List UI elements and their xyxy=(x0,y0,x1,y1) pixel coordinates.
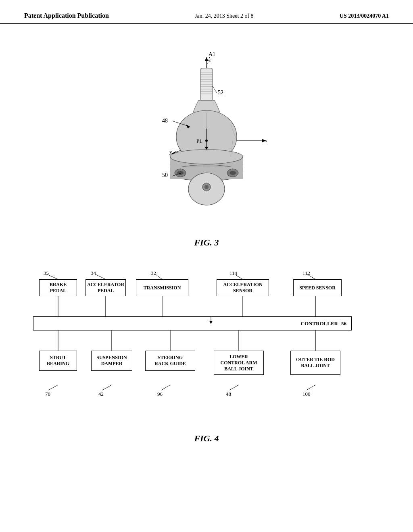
svg-line-67 xyxy=(102,385,112,390)
svg-text:50: 50 xyxy=(162,172,168,178)
fig3-illustration: A1 z 48 52 y x xyxy=(122,48,291,233)
svg-line-61 xyxy=(156,274,162,279)
svg-text:x: x xyxy=(265,137,268,143)
svg-line-60 xyxy=(96,274,106,279)
svg-point-33 xyxy=(204,185,209,189)
page-header: Patent Application Publication Jan. 24, … xyxy=(0,0,413,24)
suspension-damper-box: SUSPENSION DAMPER xyxy=(91,351,132,371)
ref-32: 32 xyxy=(151,270,156,276)
brake-pedal-box: BRAKE PEDAL xyxy=(39,279,77,296)
ref-48-bottom: 48 xyxy=(226,391,231,397)
svg-marker-1 xyxy=(205,57,208,61)
ref-96: 96 xyxy=(157,391,163,397)
outer-tie-rod-box: OUTER TIE ROD BALL JOINT xyxy=(290,351,340,375)
fig3-caption: FIG. 3 xyxy=(194,237,219,248)
acceleration-sensor-box: ACCELERATION SENSOR xyxy=(217,279,269,296)
strut-bearing-box: STRUT BEARING xyxy=(39,351,77,371)
fig4-caption: FIG. 4 xyxy=(194,433,219,444)
accelerator-pedal-box: ACCELERATOR PEDAL xyxy=(86,279,126,296)
header-left: Patent Application Publication xyxy=(24,12,109,19)
steering-rack-guide-box: STEERING RACK GUIDE xyxy=(145,351,195,371)
ref-112: 112 xyxy=(302,270,310,276)
svg-point-24 xyxy=(170,150,243,164)
svg-line-68 xyxy=(161,385,170,390)
speed-sensor-box: SPEED SENSOR xyxy=(293,279,342,296)
lower-control-arm-box: LOWER CONTROL ARM BALL JOINT xyxy=(214,351,264,375)
fig3-drawing: A1 z 48 52 y x xyxy=(122,48,291,233)
fig4-section: 35 34 32 114 112 BRAKE PEDAL ACCELERATOR… xyxy=(24,268,389,444)
svg-marker-65 xyxy=(209,321,213,324)
ref-70: 70 xyxy=(45,391,50,397)
svg-line-69 xyxy=(229,385,239,390)
header-center: Jan. 24, 2013 Sheet 2 of 8 xyxy=(195,13,253,19)
controller-box: CONTROLLER 56 xyxy=(33,316,352,330)
fig4-diagram: 35 34 32 114 112 BRAKE PEDAL ACCELERATOR… xyxy=(33,268,380,421)
svg-line-70 xyxy=(307,385,315,390)
ref-42: 42 xyxy=(98,391,104,397)
ref-35: 35 xyxy=(44,270,49,276)
svg-text:y: y xyxy=(169,149,172,155)
transmission-box: TRANSMISSION xyxy=(136,279,188,296)
svg-text:z: z xyxy=(209,57,211,63)
ref-114: 114 xyxy=(229,270,237,276)
ref-100: 100 xyxy=(302,391,311,397)
svg-line-66 xyxy=(48,385,58,390)
svg-text:P1: P1 xyxy=(196,138,202,144)
ref-lines-bottom xyxy=(33,383,380,399)
svg-text:52: 52 xyxy=(218,89,223,96)
svg-line-59 xyxy=(47,274,58,279)
svg-line-43 xyxy=(213,86,217,93)
fig3-section: A1 z 48 52 y x xyxy=(24,48,389,248)
svg-text:A1: A1 xyxy=(209,51,215,57)
svg-text:48: 48 xyxy=(162,118,168,124)
header-right: US 2013/0024070 A1 xyxy=(340,13,389,19)
main-content: A1 z 48 52 y x xyxy=(0,28,413,452)
ref-34: 34 xyxy=(91,270,96,276)
svg-point-31 xyxy=(229,171,236,175)
